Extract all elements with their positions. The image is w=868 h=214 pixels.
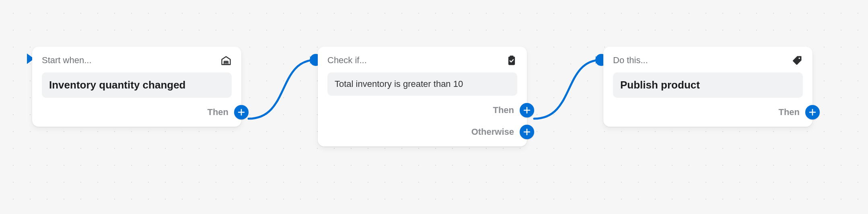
- condition-body: Total inventory is greater than 10: [327, 72, 517, 96]
- clipboard-check-icon: [506, 55, 517, 66]
- warehouse-icon: [220, 55, 232, 66]
- tag-icon: [792, 55, 803, 66]
- condition-node[interactable]: Check if... Total inventory is greater t…: [318, 47, 527, 146]
- trigger-body: Inventory quantity changed: [42, 72, 232, 98]
- add-step-button[interactable]: [520, 125, 534, 139]
- branch-label: Otherwise: [471, 127, 514, 137]
- action-body-text: Publish product: [620, 79, 796, 91]
- condition-body-text: Total inventory is greater than 10: [335, 79, 510, 89]
- branch-label: Then: [207, 107, 228, 117]
- action-node[interactable]: Do this... Publish product Then: [603, 47, 812, 127]
- svg-point-2: [798, 58, 800, 59]
- action-header: Do this...: [613, 55, 648, 66]
- add-step-button[interactable]: [520, 103, 534, 117]
- action-branch-then: Then: [613, 105, 803, 119]
- trigger-branch-then: Then: [42, 105, 232, 119]
- svg-rect-1: [510, 56, 513, 58]
- condition-header: Check if...: [327, 55, 367, 66]
- add-step-button[interactable]: [805, 105, 820, 119]
- flow-canvas[interactable]: Start when... Inventory quantity changed…: [0, 0, 868, 214]
- branch-label: Then: [493, 105, 514, 115]
- condition-branch-then: Then: [327, 103, 517, 117]
- trigger-body-text: Inventory quantity changed: [49, 79, 224, 91]
- add-step-button[interactable]: [234, 105, 249, 119]
- trigger-node[interactable]: Start when... Inventory quantity changed…: [32, 47, 241, 127]
- branch-label: Then: [778, 107, 800, 117]
- trigger-header: Start when...: [42, 55, 92, 66]
- condition-branch-otherwise: Otherwise: [327, 125, 517, 139]
- action-body: Publish product: [613, 72, 803, 98]
